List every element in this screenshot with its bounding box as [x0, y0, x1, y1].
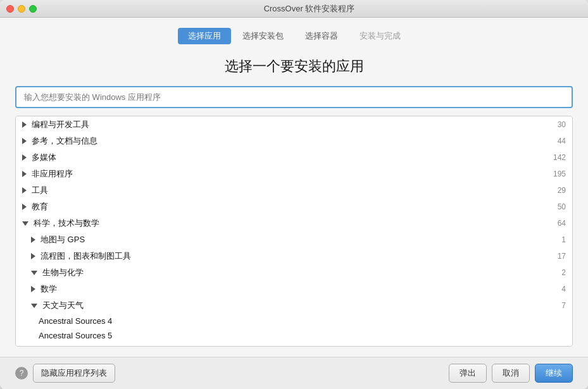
close-button[interactable]: [6, 5, 14, 13]
cancel-button[interactable]: 取消: [492, 364, 530, 383]
list-item[interactable]: BeerSmith: [16, 343, 572, 347]
help-button[interactable]: ?: [15, 367, 28, 380]
list-item[interactable]: 生物与化学 2: [16, 264, 572, 281]
app-list[interactable]: 编程与开发工具 30 参考，文档与信息 44 多媒体 142: [15, 116, 573, 347]
list-item[interactable]: 天文与天气 7: [16, 297, 572, 314]
step-choose-package[interactable]: 选择安装包: [232, 28, 294, 44]
traffic-lights: [6, 5, 37, 13]
list-item[interactable]: Ancestral Sources 4: [16, 314, 572, 328]
list-item[interactable]: 教育 50: [16, 199, 572, 215]
continue-button[interactable]: 继续: [535, 364, 573, 383]
search-bar: [15, 86, 573, 108]
chevron-down-icon: [31, 271, 37, 275]
footer-left: ? 隐藏应用程序列表: [15, 364, 115, 383]
page-title: 选择一个要安装的应用: [15, 57, 573, 76]
chevron-down-icon: [22, 221, 28, 226]
list-item[interactable]: 地图与 GPS 1: [16, 232, 572, 248]
content-area: 选择应用 选择安装包 选择容器 安装与完成 选择一个要安装的应用 编程与开发工具…: [0, 18, 588, 357]
list-item[interactable]: 流程图，图表和制图工具 17: [16, 248, 572, 264]
chevron-right-icon: [22, 121, 27, 128]
list-item[interactable]: 科学，技术与数学 64: [16, 215, 572, 232]
list-item[interactable]: 多媒体 142: [16, 149, 572, 166]
chevron-down-icon: [31, 304, 37, 308]
step-choose-app[interactable]: 选择应用: [178, 28, 231, 44]
footer: ? 隐藏应用程序列表 弹出 取消 继续: [0, 357, 588, 389]
chevron-right-icon: [22, 154, 27, 161]
step-choose-container[interactable]: 选择容器: [295, 28, 348, 44]
window-title: CrossOver 软件安装程序: [37, 3, 582, 15]
maximize-button[interactable]: [29, 5, 37, 13]
chevron-right-icon: [22, 187, 27, 194]
footer-right: 弹出 取消 继续: [449, 364, 573, 383]
list-item[interactable]: 工具 29: [16, 182, 572, 199]
chevron-right-icon: [22, 171, 27, 177]
chevron-right-icon: [31, 286, 35, 292]
minimize-button[interactable]: [18, 5, 25, 13]
hide-list-button[interactable]: 隐藏应用程序列表: [33, 364, 115, 383]
chevron-right-icon: [22, 138, 27, 144]
chevron-right-icon: [31, 237, 35, 243]
step-install-complete: 安装与完成: [349, 28, 411, 44]
list-item[interactable]: 参考，文档与信息 44: [16, 133, 572, 149]
list-item[interactable]: Ancestral Sources 5: [16, 328, 572, 343]
chevron-right-icon: [31, 253, 35, 259]
search-input[interactable]: [15, 86, 573, 108]
list-item[interactable]: 编程与开发工具 30: [16, 116, 572, 133]
title-bar: CrossOver 软件安装程序: [0, 0, 588, 18]
eject-button[interactable]: 弹出: [449, 364, 487, 383]
list-item[interactable]: 数学 4: [16, 281, 572, 297]
list-item[interactable]: 非应用程序 195: [16, 166, 572, 182]
main-window: CrossOver 软件安装程序 选择应用 选择安装包 选择容器 安装与完成 选…: [0, 0, 588, 389]
chevron-right-icon: [22, 204, 27, 210]
step-navigation: 选择应用 选择安装包 选择容器 安装与完成: [15, 28, 573, 44]
